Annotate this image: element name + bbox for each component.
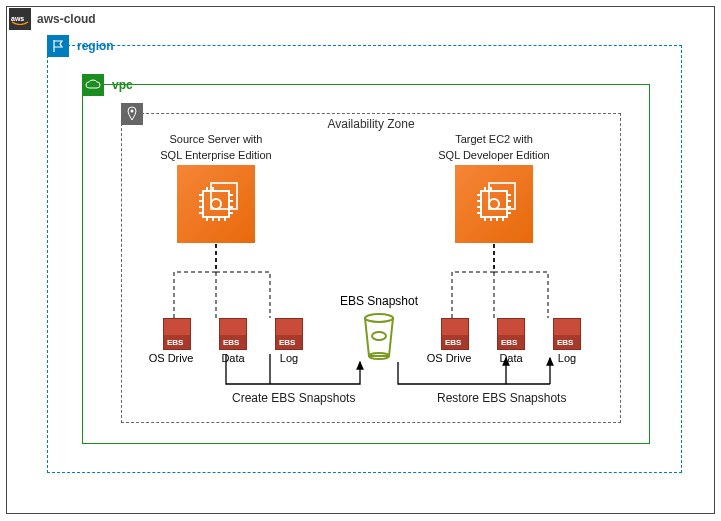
target-ebs-group: EBS OS Drive EBS Data EBS Log (438, 318, 584, 364)
vpc-container: vpc Availability Zone (82, 84, 650, 444)
svg-point-21 (489, 199, 499, 209)
svg-point-38 (372, 332, 386, 340)
az-label: Availability Zone (327, 117, 414, 131)
aws-cloud-label: aws aws-cloud (9, 8, 96, 30)
snapshot-bucket-icon (359, 310, 399, 360)
vpc-text: vpc (112, 78, 133, 92)
source-ebs-log: EBS Log (272, 318, 306, 364)
svg-point-1 (131, 110, 134, 113)
region-label: region (47, 35, 114, 57)
ebs-snapshot: EBS Snapshot (334, 294, 424, 360)
region-container: region vpc Availability Zone (47, 45, 682, 473)
svg-rect-20 (489, 183, 515, 209)
region-text: region (77, 39, 114, 53)
restore-snapshots-label: Restore EBS Snapshots (437, 391, 566, 405)
target-server: Target EC2 with SQL Developer Edition (424, 132, 564, 243)
create-snapshots-label: Create EBS Snapshots (232, 391, 355, 405)
target-ebs-data: EBS Data (494, 318, 528, 364)
data-drive-label: Data (494, 352, 528, 364)
svg-rect-2 (203, 191, 229, 217)
ebs-volume-icon: EBS (441, 318, 469, 350)
os-drive-label: OS Drive (148, 352, 194, 364)
ec2-instance-icon (177, 165, 255, 243)
vpc-label: vpc (82, 74, 133, 96)
target-ebs-os: EBS OS Drive (438, 318, 472, 364)
log-drive-label: Log (550, 352, 584, 364)
svg-rect-19 (481, 191, 507, 217)
source-title-1: Source Server with (146, 132, 286, 146)
target-title-2: SQL Developer Edition (424, 148, 564, 162)
vpc-cloud-icon (82, 74, 104, 96)
svg-point-4 (211, 199, 221, 209)
svg-point-36 (365, 314, 393, 322)
source-ebs-os: EBS OS Drive (160, 318, 194, 364)
ebs-volume-icon: EBS (163, 318, 191, 350)
svg-rect-3 (211, 183, 237, 209)
aws-cloud-container: aws aws-cloud region vpc Availability Zo… (6, 6, 715, 514)
ebs-volume-icon: EBS (497, 318, 525, 350)
ebs-volume-icon: EBS (553, 318, 581, 350)
region-flag-icon (47, 35, 69, 57)
target-title-1: Target EC2 with (424, 132, 564, 146)
aws-cloud-text: aws-cloud (37, 12, 96, 26)
target-ebs-log: EBS Log (550, 318, 584, 364)
source-ebs-group: EBS OS Drive EBS Data EBS Log (160, 318, 306, 364)
source-ebs-data: EBS Data (216, 318, 250, 364)
os-drive-label: OS Drive (426, 352, 472, 364)
az-pin-icon (121, 103, 143, 125)
data-drive-label: Data (216, 352, 250, 364)
source-title-2: SQL Enterprise Edition (146, 148, 286, 162)
availability-zone-container: Availability Zone (121, 113, 621, 423)
ebs-volume-icon: EBS (275, 318, 303, 350)
log-drive-label: Log (272, 352, 306, 364)
source-server: Source Server with SQL Enterprise Editio… (146, 132, 286, 243)
snapshot-label: EBS Snapshot (334, 294, 424, 308)
ec2-instance-icon (455, 165, 533, 243)
svg-text:aws: aws (11, 15, 24, 22)
ebs-volume-icon: EBS (219, 318, 247, 350)
aws-logo-icon: aws (9, 8, 31, 30)
